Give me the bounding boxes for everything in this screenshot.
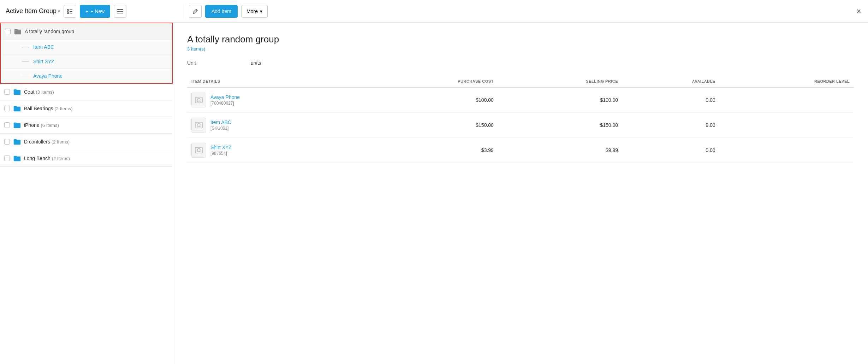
table-cell-item-details: Shirt XYZ [987654] <box>187 138 362 163</box>
content-panel: A totally random group 3 Item(s) Unit un… <box>173 23 868 364</box>
group-name-d-controllers: D contollers (2 Items) <box>24 139 168 145</box>
unit-row: Unit units <box>187 60 854 66</box>
main-area: A totally random group Item ABC Shirt XY… <box>0 23 868 364</box>
col-purchase-cost: PURCHASE COST <box>362 76 498 87</box>
item-sku-shirt-xyz: [987654] <box>210 151 227 156</box>
chevron-down-icon: ▾ <box>58 9 60 14</box>
sub-item-line <box>22 76 29 76</box>
table-row: Item ABC [SKU001] $150.00 $150.00 9.00 <box>187 113 854 138</box>
folder-icon-d-controllers <box>13 139 20 145</box>
table-cell-available: 0.00 <box>622 138 719 163</box>
items-table: ITEM DETAILS PURCHASE COST SELLING PRICE… <box>187 76 854 163</box>
svg-line-9 <box>196 10 197 11</box>
svg-point-11 <box>197 98 200 101</box>
item-name-block: Item ABC [SKU001] <box>210 119 231 131</box>
group-checkbox-d-controllers[interactable] <box>4 139 10 145</box>
toolbar-left: Active Item Group ▾ + + New <box>6 5 179 18</box>
group-name-ball-bearings: Ball Bearings (2 Items) <box>24 106 168 111</box>
active-item-group-dropdown[interactable]: Active Item Group ▾ <box>6 7 60 15</box>
sub-item-name-shirt-xyz: Shirt XYZ <box>33 59 54 64</box>
group-name-coat: Coat (3 Items) <box>24 89 168 95</box>
active-item-group-label: Active Item Group <box>6 7 57 15</box>
more-button[interactable]: More ▾ <box>241 5 268 18</box>
table-cell-selling-price: $150.00 <box>498 113 622 138</box>
group-item-ball-bearings: Ball Bearings (2 Items) <box>0 100 173 117</box>
svg-rect-2 <box>67 13 69 14</box>
folder-icon-random <box>14 28 21 35</box>
table-row: Avaya Phone [700480627] $100.00 $100.00 … <box>187 87 854 113</box>
group-header-ball-bearings[interactable]: Ball Bearings (2 Items) <box>0 100 173 117</box>
more-button-label: More <box>246 8 258 14</box>
close-button[interactable]: × <box>855 5 862 17</box>
new-button-label: + New <box>90 8 105 14</box>
sidebar: A totally random group Item ABC Shirt XY… <box>0 23 173 364</box>
toolbar: Active Item Group ▾ + + New <box>0 0 868 23</box>
group-header-long-bench[interactable]: Long Bench (2 Items) <box>0 150 173 166</box>
item-name-block: Shirt XYZ [987654] <box>210 145 232 156</box>
group-checkbox-ball-bearings[interactable] <box>4 106 10 111</box>
svg-rect-0 <box>67 9 69 10</box>
content-title: A totally random group <box>187 34 854 45</box>
item-details-cell: Item ABC [SKU001] <box>191 118 357 133</box>
group-checkbox-random[interactable] <box>5 29 11 34</box>
sub-item-line <box>22 61 29 62</box>
edit-button[interactable] <box>189 5 202 18</box>
group-item-coat: Coat (3 Items) <box>0 84 173 100</box>
sub-item-line <box>22 47 29 47</box>
group-checkbox-coat[interactable] <box>4 89 10 95</box>
group-header-iphone[interactable]: iPhone (6 Items) <box>0 117 173 133</box>
table-header-row: ITEM DETAILS PURCHASE COST SELLING PRICE… <box>187 76 854 87</box>
table-cell-selling-price: $9.99 <box>498 138 622 163</box>
group-checkbox-iphone[interactable] <box>4 122 10 128</box>
item-link-avaya-phone[interactable]: Avaya Phone <box>210 94 240 100</box>
item-link-shirt-xyz[interactable]: Shirt XYZ <box>210 145 232 150</box>
group-item-d-controllers: D contollers (2 Items) <box>0 134 173 150</box>
table-cell-item-details: Item ABC [SKU001] <box>187 113 362 138</box>
table-cell-reorder-level <box>720 87 854 113</box>
group-header-random[interactable]: A totally random group <box>1 23 172 40</box>
more-chevron-icon: ▾ <box>260 8 262 14</box>
item-link-item-abc[interactable]: Item ABC <box>210 119 231 125</box>
new-button[interactable]: + + New <box>80 5 110 18</box>
item-name-block: Avaya Phone [700480627] <box>210 94 240 106</box>
add-item-button[interactable]: Add Item <box>205 5 238 18</box>
svg-point-13 <box>197 123 200 126</box>
table-cell-purchase-cost: $100.00 <box>362 87 498 113</box>
table-row: Shirt XYZ [987654] $3.99 $9.99 0.00 <box>187 138 854 163</box>
group-checkbox-long-bench[interactable] <box>4 155 10 161</box>
item-thumbnail <box>191 143 206 158</box>
hamburger-menu-button[interactable] <box>114 5 126 18</box>
col-item-details: ITEM DETAILS <box>187 76 362 87</box>
sub-item-shirt-xyz[interactable]: Shirt XYZ <box>1 54 172 69</box>
folder-icon-coat <box>13 89 20 95</box>
group-header-d-controllers[interactable]: D contollers (2 Items) <box>0 134 173 150</box>
table-cell-available: 0.00 <box>622 87 719 113</box>
table-cell-reorder-level <box>720 113 854 138</box>
sub-item-name-avaya-phone: Avaya Phone <box>33 73 63 79</box>
folder-icon-iphone <box>13 122 20 128</box>
toolbar-divider <box>184 4 184 18</box>
folder-icon-ball-bearings <box>13 105 20 112</box>
table-cell-selling-price: $100.00 <box>498 87 622 113</box>
sub-items-random: Item ABC Shirt XYZ Avaya Phone <box>1 40 172 83</box>
list-view-icon-button[interactable] <box>64 5 76 18</box>
content-subtitle: 3 Item(s) <box>187 46 854 52</box>
item-details-cell: Avaya Phone [700480627] <box>191 93 357 107</box>
group-item-long-bench: Long Bench (2 Items) <box>0 150 173 167</box>
unit-label: Unit <box>187 60 230 66</box>
item-details-cell: Shirt XYZ [987654] <box>191 143 357 158</box>
group-header-coat[interactable]: Coat (3 Items) <box>0 84 173 100</box>
unit-value: units <box>251 60 261 66</box>
folder-icon-long-bench <box>13 155 20 162</box>
table-cell-purchase-cost: $3.99 <box>362 138 498 163</box>
col-selling-price: SELLING PRICE <box>498 76 622 87</box>
table-cell-purchase-cost: $150.00 <box>362 113 498 138</box>
toolbar-right: Add Item More ▾ × <box>189 5 862 18</box>
table-cell-item-details: Avaya Phone [700480627] <box>187 87 362 113</box>
sub-item-item-abc[interactable]: Item ABC <box>1 40 172 54</box>
group-name-iphone: iPhone (6 Items) <box>24 122 168 128</box>
item-sku-item-abc: [SKU001] <box>210 126 228 131</box>
group-item-random: A totally random group Item ABC Shirt XY… <box>0 23 173 84</box>
sub-item-avaya-phone[interactable]: Avaya Phone <box>1 69 172 83</box>
svg-point-15 <box>197 148 200 151</box>
